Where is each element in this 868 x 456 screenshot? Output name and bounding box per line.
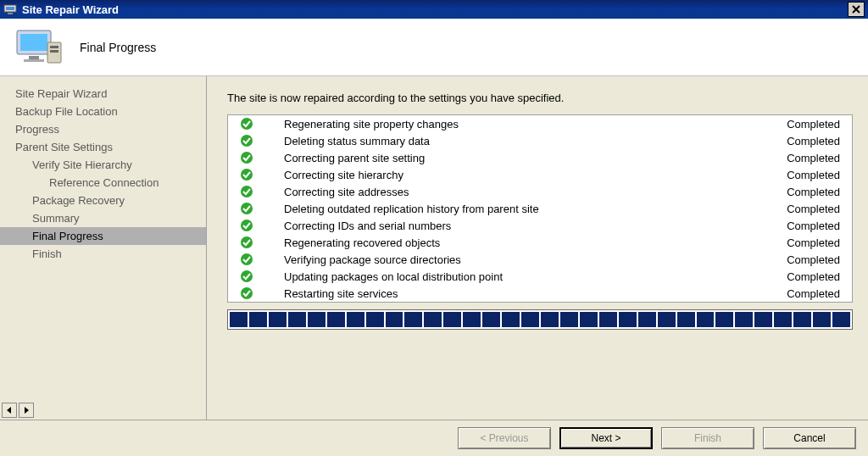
sidebar-item[interactable]: Package Recovery	[0, 192, 206, 209]
sidebar-item[interactable]: Finish	[0, 245, 206, 263]
svg-point-14	[241, 118, 253, 130]
progress-segment	[502, 312, 520, 327]
status-message: The site is now repaired according to th…	[227, 92, 853, 104]
task-row: Updating packages on local distribution …	[228, 268, 852, 285]
progress-segment	[697, 312, 715, 327]
progress-segment	[230, 312, 248, 327]
check-icon	[240, 117, 253, 131]
task-status: Completed	[787, 203, 840, 215]
cancel-button[interactable]: Cancel	[763, 427, 856, 449]
close-button[interactable]	[848, 2, 865, 17]
progress-segment	[715, 312, 733, 327]
check-icon	[240, 134, 253, 147]
progress-segment	[404, 312, 422, 327]
progress-segment	[677, 312, 695, 327]
task-status: Completed	[787, 118, 840, 131]
check-icon	[240, 286, 253, 300]
previous-button[interactable]: < Previous	[458, 427, 551, 449]
progress-segment	[599, 312, 617, 327]
progress-segment	[638, 312, 656, 327]
progress-segment	[754, 312, 772, 327]
task-text: Deleting status summary data	[284, 135, 778, 147]
task-status: Completed	[787, 152, 840, 164]
progress-segment	[793, 312, 811, 327]
task-text: Restarting site services	[284, 287, 778, 300]
svg-point-21	[241, 236, 253, 248]
app-icon	[3, 3, 17, 16]
sidebar-item[interactable]: Progress	[0, 120, 206, 138]
task-text: Updating packages on local distribution …	[284, 270, 778, 283]
svg-point-22	[241, 253, 253, 265]
wizard-footer: < Previous Next > Finish Cancel	[0, 420, 868, 456]
svg-marker-13	[25, 407, 29, 414]
svg-rect-7	[29, 56, 39, 59]
svg-rect-11	[50, 50, 58, 53]
sidebar-scroll-left[interactable]	[2, 403, 17, 418]
svg-point-15	[241, 135, 253, 147]
task-status: Completed	[787, 287, 840, 300]
svg-rect-10	[50, 46, 58, 48]
progress-segment	[249, 312, 267, 327]
check-icon	[240, 185, 253, 198]
svg-point-16	[241, 152, 253, 164]
sidebar-item[interactable]: Final Progress	[0, 227, 206, 245]
progress-segment	[424, 312, 442, 327]
sidebar-item[interactable]: Verify Site Hierarchy	[0, 156, 206, 174]
progress-segment	[386, 312, 403, 327]
sidebar-item[interactable]: Reference Connection	[0, 174, 206, 192]
progress-segment	[443, 312, 461, 327]
task-row: Correcting parent site settingCompleted	[228, 149, 852, 166]
task-text: Correcting parent site setting	[284, 152, 778, 164]
progress-segment	[366, 312, 384, 327]
task-list: Regenerating site property changesComple…	[227, 114, 853, 303]
progress-segment	[658, 312, 676, 327]
check-icon	[240, 253, 253, 266]
task-row: Correcting site hierarchyCompleted	[228, 166, 852, 183]
check-icon	[240, 151, 253, 164]
progress-segment	[463, 312, 481, 327]
task-status: Completed	[787, 270, 840, 283]
sidebar-item[interactable]: Summary	[0, 209, 206, 227]
progress-segment	[619, 312, 637, 327]
task-row: Regenerating site property changesComple…	[228, 115, 852, 132]
progress-segment	[269, 312, 287, 327]
progress-segment	[735, 312, 753, 327]
progress-segment	[327, 312, 345, 327]
wizard-header: Final Progress	[0, 19, 868, 76]
svg-point-23	[241, 270, 253, 282]
window-title: Site Repair Wizard	[22, 3, 119, 16]
sidebar-item[interactable]: Backup File Location	[0, 103, 206, 120]
sidebar-scroll-arrows	[0, 401, 36, 420]
sidebar-scroll-right[interactable]	[19, 403, 34, 418]
progress-segment	[288, 312, 306, 327]
content-area: Site Repair WizardBackup File LocationPr…	[0, 76, 868, 420]
svg-rect-8	[24, 59, 44, 62]
svg-point-20	[241, 220, 253, 231]
titlebar: Site Repair Wizard	[0, 0, 868, 19]
task-text: Correcting site addresses	[284, 186, 778, 198]
svg-point-17	[241, 169, 253, 181]
svg-rect-2	[8, 13, 13, 14]
task-text: Correcting IDs and serial numbers	[284, 220, 778, 232]
sidebar-item[interactable]: Parent Site Settings	[0, 138, 206, 156]
finish-button[interactable]: Finish	[661, 427, 754, 449]
next-button[interactable]: Next >	[559, 427, 653, 449]
svg-point-19	[241, 203, 253, 214]
task-status: Completed	[787, 236, 840, 249]
progress-segment	[813, 312, 831, 327]
progress-segment	[541, 312, 559, 327]
check-icon	[240, 236, 253, 249]
task-status: Completed	[787, 253, 840, 266]
sidebar-item[interactable]: Site Repair Wizard	[0, 85, 206, 103]
task-row: Correcting IDs and serial numbersComplet…	[228, 217, 852, 234]
task-row: Correcting site addressesCompleted	[228, 183, 852, 200]
task-text: Deleting outdated replication history fr…	[284, 203, 778, 215]
progress-segment	[521, 312, 539, 327]
svg-marker-12	[7, 407, 11, 414]
progress-segment	[774, 312, 792, 327]
task-text: Correcting site hierarchy	[284, 169, 778, 181]
task-row: Deleting outdated replication history fr…	[228, 200, 852, 217]
monitor-icon	[14, 27, 64, 68]
task-text: Regenerating recovered objects	[284, 236, 778, 249]
svg-rect-6	[20, 34, 47, 51]
